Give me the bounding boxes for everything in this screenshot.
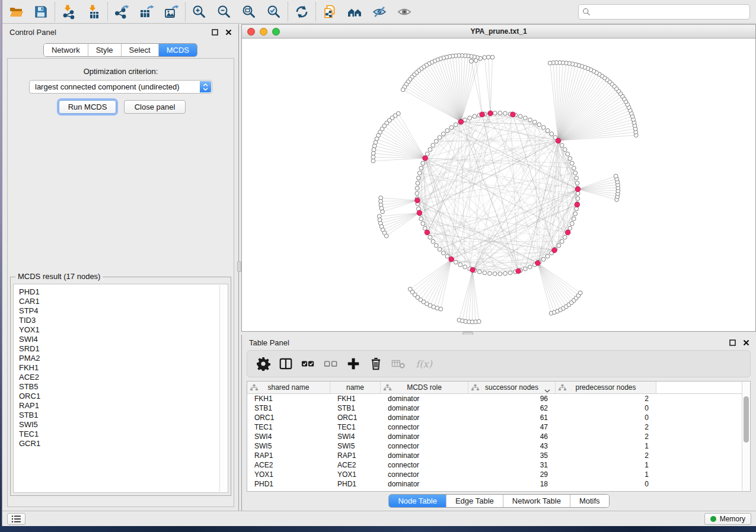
control-panel-close-button[interactable]	[225, 28, 232, 36]
mcds-result-item[interactable]: SWI5	[19, 420, 222, 430]
export-table-button[interactable]	[138, 3, 155, 21]
table-row[interactable]: ACE2ACE2connector311	[247, 460, 750, 470]
hierarchy-icon	[559, 384, 566, 391]
table-panel-float-button[interactable]	[729, 339, 736, 347]
memory-button[interactable]: Memory	[704, 513, 751, 525]
tab-network[interactable]: Network	[44, 44, 88, 56]
import-table-button[interactable]	[85, 3, 103, 21]
table-row[interactable]: TEC1TEC1connector472	[247, 422, 750, 432]
mcds-result-item[interactable]: SWI4	[19, 335, 222, 344]
mcds-result-item[interactable]: GCR1	[19, 439, 222, 448]
zoom-selected-button[interactable]	[265, 3, 283, 21]
mcds-result-item[interactable]: STB5	[19, 382, 222, 392]
export-image-button[interactable]	[162, 3, 180, 21]
mcds-result-item[interactable]: TID3	[19, 316, 222, 325]
table-row[interactable]: SWI5SWI5connector431	[247, 441, 750, 451]
table-cell: ORC1	[247, 413, 330, 422]
table-settings-icon	[256, 357, 270, 371]
toolbar-separator	[288, 2, 288, 21]
refresh-network-button[interactable]	[293, 3, 311, 21]
run-mcds-button[interactable]: Run MCDS	[59, 100, 116, 114]
mcds-result-item[interactable]: ORC1	[19, 392, 222, 401]
toolbar-group	[293, 3, 311, 21]
zoom-in-button[interactable]	[190, 3, 208, 21]
hide-selected-button[interactable]	[371, 3, 388, 21]
function-builder-icon: f(x)	[416, 358, 432, 370]
open-file-button[interactable]	[7, 3, 25, 21]
add-column-button[interactable]	[346, 356, 361, 371]
network-node	[568, 156, 572, 161]
network-node	[578, 291, 582, 295]
table-scrollbar[interactable]	[742, 382, 750, 491]
mcds-result-item[interactable]: FKH1	[19, 363, 222, 373]
mcds-result-item[interactable]: YOX1	[19, 325, 222, 335]
task-history-button[interactable]	[7, 513, 25, 525]
export-network-button[interactable]	[113, 3, 130, 21]
column-header-successor-nodes[interactable]: successor nodes	[468, 382, 556, 393]
table-cell: dominator	[381, 479, 468, 489]
table-row[interactable]: YOX1YOX1connector291	[247, 470, 750, 479]
network-node	[384, 234, 388, 238]
column-header-name[interactable]: name	[330, 382, 381, 393]
mcds-hub-node	[575, 202, 580, 207]
table-cell: dominator	[381, 403, 468, 413]
table-row[interactable]: RAP1RAP1dominator352	[247, 451, 750, 460]
mcds-result-item[interactable]: TEC1	[19, 430, 222, 439]
column-header-predecessor-nodes[interactable]: predecessor nodes	[556, 382, 656, 393]
network-node	[416, 181, 420, 185]
table-row[interactable]: ORC1ORC1dominator610	[247, 413, 750, 422]
network-canvas[interactable]	[242, 39, 755, 331]
table-row[interactable]: STB1STB1dominator620	[247, 403, 750, 413]
tab-edge-table[interactable]: Edge Table	[446, 495, 503, 507]
toolbar-separator	[315, 2, 316, 21]
mcds-result-item[interactable]: SRD1	[19, 344, 222, 354]
delete-column-button[interactable]	[368, 356, 384, 371]
unselect-all-columns-button[interactable]	[323, 356, 339, 371]
first-neighbors-button[interactable]	[346, 3, 363, 21]
table-scrollbar-thumb[interactable]	[744, 396, 749, 443]
column-header-MCDS-role[interactable]: MCDS role	[381, 382, 468, 393]
mcds-result-item[interactable]: PHD1	[19, 287, 222, 297]
mcds-result-item[interactable]: ACE2	[19, 373, 222, 382]
zoom-out-button[interactable]	[215, 3, 233, 21]
table-cell: 43	[468, 441, 556, 451]
vertical-splitter-handle[interactable]	[237, 261, 241, 272]
mcds-result-item[interactable]: PMA2	[19, 354, 222, 363]
show-all-button[interactable]	[395, 3, 413, 21]
tab-node-table[interactable]: Node Table	[389, 495, 446, 507]
network-node	[438, 247, 442, 251]
mcds-result-group: MCDS result (17 nodes) PHD1CAR1STP4TID3Y…	[10, 277, 231, 496]
network-node	[454, 260, 458, 264]
table-row[interactable]: PHD1PHD1dominator180	[247, 479, 750, 489]
import-network-button[interactable]	[60, 3, 78, 21]
network-node	[421, 161, 425, 165]
column-header-shared-name[interactable]: shared name	[247, 382, 330, 393]
close-panel-button[interactable]: Close panel	[124, 100, 186, 114]
control-panel-float-button[interactable]	[211, 28, 219, 36]
select-all-columns-button[interactable]	[301, 356, 316, 371]
tab-motifs[interactable]: Motifs	[570, 495, 609, 507]
network-node	[576, 197, 580, 201]
tab-style[interactable]: Style	[88, 44, 121, 56]
mcds-result-item[interactable]: STB1	[19, 411, 222, 420]
tab-mcds[interactable]: MCDS	[158, 44, 197, 56]
show-columns-button[interactable]	[278, 356, 294, 371]
main-toolbar	[2, 0, 756, 24]
mcds-result-item[interactable]: CAR1	[19, 297, 222, 306]
tab-select[interactable]: Select	[121, 44, 158, 56]
zoom-fit-button[interactable]	[240, 3, 258, 21]
save-session-button[interactable]	[32, 3, 50, 21]
mcds-result-item[interactable]: STP4	[19, 306, 222, 316]
network-node	[441, 251, 445, 255]
table-row[interactable]: SWI4SWI4dominator462	[247, 432, 750, 441]
table-panel-close-button[interactable]	[742, 339, 750, 347]
mcds-list-scrollbar[interactable]	[219, 285, 227, 492]
table-settings-button[interactable]	[256, 356, 271, 371]
search-input[interactable]	[578, 4, 750, 20]
clone-network-button[interactable]	[321, 3, 339, 21]
zoom-fit-icon	[241, 4, 257, 20]
criterion-select[interactable]: largest connected component (undirected)	[29, 80, 212, 94]
mcds-result-item[interactable]: RAP1	[19, 401, 222, 411]
table-row[interactable]: FKH1FKH1dominator962	[247, 394, 750, 403]
tab-network-table[interactable]: Network Table	[503, 495, 570, 507]
